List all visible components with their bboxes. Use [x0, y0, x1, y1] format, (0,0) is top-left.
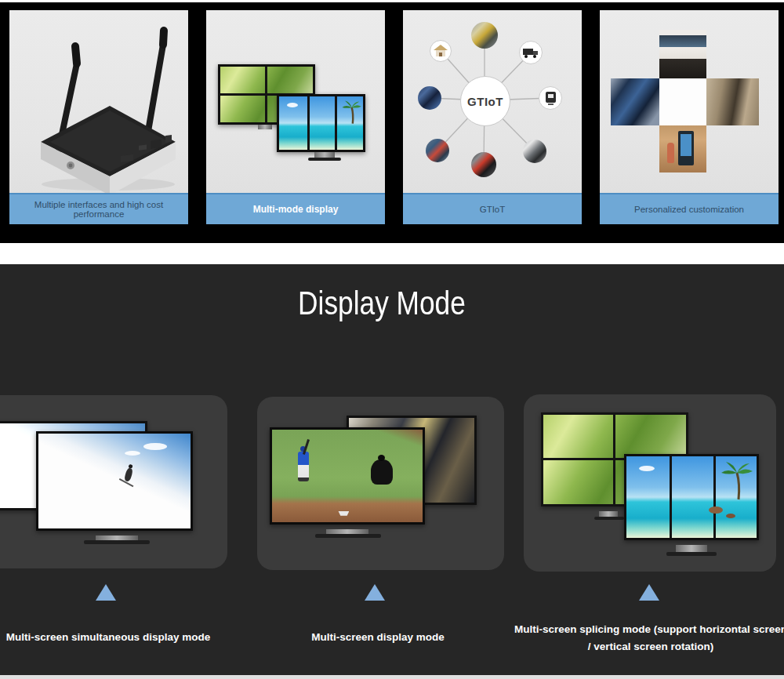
product-feature-graphic: Multiple interfaces and high cost perfor… — [0, 0, 784, 679]
control-panel-photo — [418, 86, 441, 110]
mode-label-simultaneous: Multi-screen simultaneous display mode — [0, 629, 216, 646]
gtiot-hub-label: GTIoT — [467, 95, 503, 108]
installation-collage — [600, 10, 779, 193]
feature-cards-section: Multiple interfaces and high cost perfor… — [0, 0, 784, 243]
tv-stand — [258, 125, 272, 129]
beach-triple-screen — [624, 454, 759, 540]
house-icon — [430, 40, 452, 62]
control-screens-photo — [611, 78, 659, 125]
pointer-triangle — [639, 584, 659, 601]
card-label-bar: Personalized customization — [600, 193, 779, 224]
wall-grid-line — [613, 415, 615, 504]
collage-center-blank — [659, 78, 706, 125]
mode-label-splicing: Multi-screen splicing mode (support hori… — [514, 621, 784, 655]
kiosk-figure — [678, 131, 694, 165]
tv-stand — [676, 545, 707, 552]
screen-divider — [713, 456, 716, 538]
cloud — [287, 103, 298, 107]
gtiot-hub: GTIoT — [460, 76, 510, 126]
pointer-triangle — [365, 584, 385, 601]
card-label-bar: GTIoT — [403, 193, 582, 224]
cloud — [639, 466, 655, 471]
mode-panel-display — [257, 397, 504, 570]
tv-stand-base — [666, 552, 717, 556]
gtiot-diagram: GTIoT — [403, 10, 582, 193]
beach-triple-screen — [277, 94, 365, 152]
handheld-terminal-photo — [523, 140, 546, 163]
waiting-room-photo — [659, 30, 706, 78]
tv-box-illustration — [9, 10, 188, 193]
feature-card-gtiot: GTIoT GTIoT — [403, 10, 582, 226]
pointer-triangle — [96, 584, 116, 601]
mode-panel-simultaneous — [0, 395, 227, 568]
feature-card-customization: Personalized customization — [600, 10, 779, 226]
section-divider-band — [0, 243, 784, 264]
beach-rock — [726, 514, 735, 518]
tv-stand — [599, 511, 618, 517]
mall-kiosk-photo — [659, 125, 706, 172]
beach-rock — [709, 507, 723, 514]
front-tv-snow — [36, 431, 193, 531]
home-plate — [338, 511, 349, 516]
batter-figure — [298, 452, 309, 481]
mode-label-display: Multi-screen display mode — [270, 629, 486, 646]
card-label: Multiple interfaces and high cost perfor… — [13, 200, 185, 219]
card-label: GTIoT — [480, 205, 506, 214]
card-label: Personalized customization — [634, 205, 744, 214]
card-label-bar: Multiple interfaces and high cost perfor… — [9, 193, 188, 224]
smart-meter-icon — [539, 86, 562, 110]
industrial-machine-photo — [426, 139, 449, 162]
kiosk-screen — [681, 134, 691, 156]
palm-tree — [340, 100, 362, 125]
feature-card-interfaces: Multiple interfaces and high cost perfor… — [9, 10, 188, 226]
bottom-border-strip — [0, 675, 784, 679]
card-label: Multi-mode display — [253, 204, 339, 215]
storefront-photo — [706, 78, 759, 125]
umpire-figure — [371, 459, 393, 485]
cars-photo — [471, 152, 496, 177]
tv-stand — [314, 152, 335, 158]
cloud — [125, 451, 140, 456]
multi-screen-photo — [206, 10, 385, 193]
card-label-bar: Multi-mode display — [206, 193, 385, 224]
feature-card-multimode: Multi-mode display — [206, 10, 385, 226]
truck-icon — [519, 41, 543, 64]
tv-stand-base — [315, 534, 381, 538]
screen-divider — [670, 456, 672, 538]
tv-box-photo — [9, 10, 188, 193]
top-border-line — [0, 0, 784, 2]
construction-vehicles-photo — [471, 22, 498, 49]
palm-tree — [718, 460, 754, 501]
cloud — [143, 443, 167, 450]
front-tv-baseball — [270, 427, 425, 525]
display-mode-section: Display Mode — [0, 264, 784, 675]
mode-panel-splicing — [524, 394, 776, 572]
screen-divider — [335, 96, 337, 150]
tv-stand-base — [308, 158, 341, 161]
person-figure — [667, 143, 674, 163]
section-title: Display Mode — [61, 285, 702, 322]
tv-stand-base — [594, 517, 624, 520]
tv-stand-base — [84, 540, 150, 544]
snowboarder-figure — [123, 467, 132, 482]
screen-divider — [307, 96, 310, 150]
wall-grid-line — [265, 67, 267, 122]
